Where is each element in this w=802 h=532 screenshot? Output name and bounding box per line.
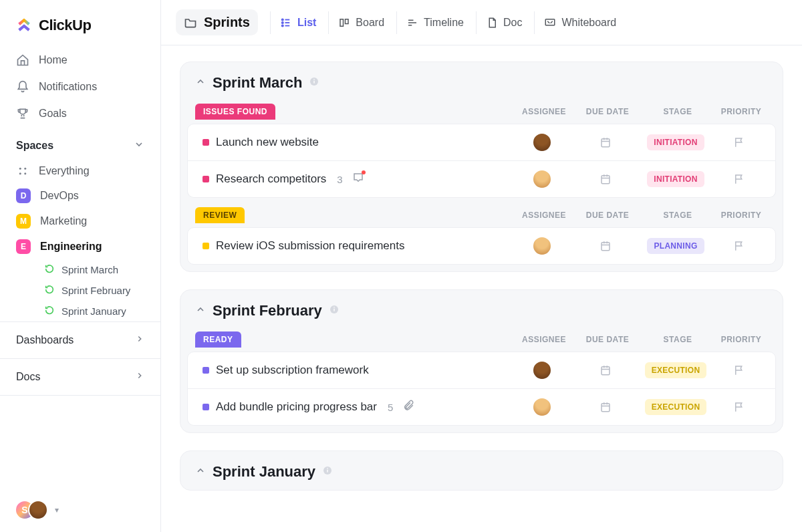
nav-docs[interactable]: Docs <box>0 358 160 396</box>
nav-dashboards[interactable]: Dashboards <box>0 321 160 358</box>
nav-docs-label: Docs <box>16 371 40 383</box>
sprint-header[interactable]: Sprint February <box>180 290 783 329</box>
status-pill[interactable]: REVIEW <box>195 207 245 223</box>
cell-stage[interactable]: INITIATION <box>639 171 712 187</box>
view-tab-doc[interactable]: Doc <box>476 11 531 34</box>
cell-assignee[interactable] <box>512 236 572 256</box>
task-count: 5 <box>388 402 393 413</box>
cell-assignee[interactable] <box>512 132 572 152</box>
folder-sprint-march[interactable]: Sprint March <box>37 259 147 280</box>
space-everything[interactable]: Everything <box>7 159 154 183</box>
grid-icon <box>16 164 29 178</box>
breadcrumb-folder[interactable]: Sprints <box>176 9 258 35</box>
col-head-priority: PRIORITY <box>714 335 768 344</box>
status-pill[interactable]: READY <box>195 331 241 348</box>
board-icon <box>338 17 350 29</box>
sprint-header[interactable]: Sprint March <box>180 62 783 101</box>
status-pill[interactable]: ISSUES FOUND <box>195 104 275 120</box>
clickup-logo-icon <box>15 16 33 35</box>
avatar <box>532 397 552 417</box>
svg-rect-23 <box>327 468 327 469</box>
cell-due-date[interactable] <box>572 136 639 148</box>
info-icon[interactable] <box>309 76 319 90</box>
cell-stage[interactable]: INITIATION <box>639 134 712 150</box>
chevron-right-icon <box>195 465 206 479</box>
nav-home-label: Home <box>39 54 68 66</box>
avatar <box>532 169 552 189</box>
space-devops[interactable]: D DevOps <box>7 183 154 209</box>
stage-tag: INITIATION <box>647 134 704 150</box>
task-row[interactable]: Review iOS submission requirements PLANN… <box>187 227 776 265</box>
space-marketing[interactable]: M Marketing <box>7 209 154 234</box>
nav-dashboards-label: Dashboards <box>16 334 74 346</box>
folder-sprint-january[interactable]: Sprint January <box>37 301 147 321</box>
cell-priority[interactable] <box>712 240 766 252</box>
spaces-header[interactable]: Spaces <box>0 127 160 159</box>
cell-stage[interactable]: EXECUTION <box>639 399 712 415</box>
brand-logo[interactable]: ClickUp <box>0 0 160 47</box>
cell-assignee[interactable] <box>512 169 572 189</box>
task-row[interactable]: Launch new website INITIATION <box>187 124 776 161</box>
space-everything-label: Everything <box>39 165 90 177</box>
task-title: Set up subscription framework <box>216 364 369 377</box>
nav-goals[interactable]: Goals <box>7 100 154 127</box>
info-icon[interactable] <box>329 304 340 317</box>
col-head-assignee: ASSIGNEE <box>514 107 574 116</box>
comment-icon[interactable] <box>352 172 364 186</box>
task-count: 3 <box>337 174 342 185</box>
cell-assignee[interactable] <box>512 397 572 417</box>
svg-rect-20 <box>602 404 610 412</box>
nav-notifications[interactable]: Notifications <box>7 74 154 100</box>
view-tab-label: Board <box>356 17 384 29</box>
cell-priority[interactable] <box>712 136 766 148</box>
sprint-title: Sprint January <box>213 463 315 481</box>
cell-stage[interactable]: PLANNING <box>639 238 712 254</box>
cell-assignee[interactable] <box>512 360 572 380</box>
folder-sprint-february[interactable]: Sprint February <box>37 280 147 301</box>
whiteboard-icon <box>544 17 556 29</box>
home-icon <box>16 53 29 67</box>
svg-point-0 <box>19 168 21 170</box>
cell-due-date[interactable] <box>572 364 639 376</box>
nav-home[interactable]: Home <box>7 47 154 74</box>
attachment-icon[interactable] <box>402 400 414 414</box>
status-group: READY ASSIGNEE DUE DATE STAGE PRIORITY S… <box>180 329 783 432</box>
sprint-card: Sprint February READY ASSIGNEE DUE DATE … <box>180 289 783 433</box>
folder-label: Sprint March <box>61 264 118 275</box>
cell-due-date[interactable] <box>572 401 639 413</box>
user-menu[interactable]: S ▾ <box>15 500 59 520</box>
sprint-header[interactable]: Sprint January <box>180 451 783 490</box>
cell-priority[interactable] <box>712 364 766 376</box>
svg-rect-15 <box>602 243 610 251</box>
cell-priority[interactable] <box>712 173 766 185</box>
space-engineering[interactable]: E Engineering <box>7 234 154 259</box>
svg-rect-17 <box>333 309 334 311</box>
breadcrumb-title: Sprints <box>204 15 250 30</box>
col-head-due: DUE DATE <box>574 211 641 220</box>
view-tab-list[interactable]: List <box>270 11 325 34</box>
avatar <box>532 132 552 152</box>
space-badge-marketing: M <box>16 214 31 229</box>
task-row[interactable]: Set up subscription framework EXECUTION <box>187 352 776 389</box>
col-head-due: DUE DATE <box>574 335 641 344</box>
cell-stage[interactable]: EXECUTION <box>639 362 712 378</box>
status-square <box>203 139 209 146</box>
sprint-card: Sprint March ISSUES FOUND ASSIGNEE DUE D… <box>180 61 783 272</box>
space-badge-engineering: E <box>16 239 31 254</box>
cell-priority[interactable] <box>712 401 766 413</box>
task-row[interactable]: Research competitors 3 INITIATION <box>187 161 776 198</box>
cell-due-date[interactable] <box>572 240 639 252</box>
view-tab-board[interactable]: Board <box>328 11 394 34</box>
folder-label: Sprint February <box>61 285 130 296</box>
svg-point-2 <box>19 172 21 174</box>
svg-point-3 <box>24 172 26 174</box>
view-tab-whiteboard[interactable]: Whiteboard <box>534 11 626 34</box>
stage-tag: INITIATION <box>647 171 704 187</box>
view-tab-label: List <box>297 17 316 29</box>
svg-point-6 <box>282 25 283 26</box>
cell-due-date[interactable] <box>572 173 639 185</box>
svg-rect-19 <box>602 367 610 375</box>
task-row[interactable]: Add bundle pricing progress bar 5 EXECUT… <box>187 389 776 426</box>
view-tab-timeline[interactable]: Timeline <box>396 11 473 34</box>
info-icon[interactable] <box>322 465 333 479</box>
